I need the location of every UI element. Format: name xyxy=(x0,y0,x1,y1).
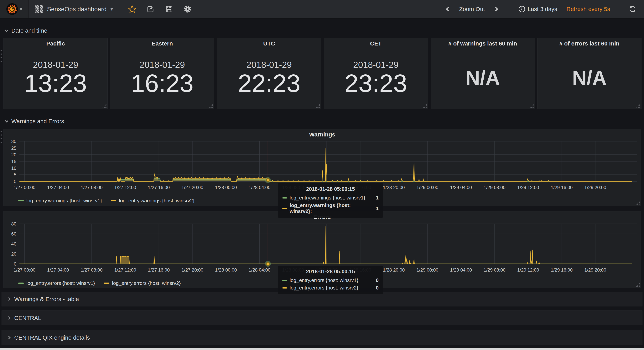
chevron-right-icon xyxy=(7,336,10,339)
x-tick-label: 1/29 20:00 xyxy=(584,185,606,190)
refresh-interval-button[interactable]: Refresh every 5s xyxy=(566,6,610,12)
row-label-date-and-time: Date and time xyxy=(11,27,48,34)
panel-title[interactable]: CET xyxy=(324,40,428,47)
dashboard-caret-icon: ▾ xyxy=(110,6,113,12)
tooltip-row: log_entry.warnings {host: winsrv2}: 1 xyxy=(282,202,378,214)
row-drag-handle[interactable] xyxy=(0,49,2,63)
panel-title[interactable]: Eastern xyxy=(110,40,214,47)
dashboard-title: SenseOps dashboard xyxy=(47,6,107,13)
refresh-button[interactable] xyxy=(628,5,637,14)
series-color-dash xyxy=(282,280,287,281)
row-label: CENTRAL xyxy=(14,315,41,321)
y-tick-label: 20 xyxy=(11,251,16,256)
top-navbar: ▾ SenseOps dashboard ▾ xyxy=(0,0,644,19)
legend-label: log_entry.warnings {host: winsrv1} xyxy=(26,198,102,204)
y-tick-label: 60 xyxy=(11,231,16,236)
warnings-tooltip: 2018-01-28 05:00:15 log_entry.warnings {… xyxy=(278,183,383,218)
row-toggle-date-and-time[interactable]: Date and time xyxy=(6,27,48,34)
x-tick-label: 1/27 16:00 xyxy=(148,267,170,272)
x-tick-label: 1/27 04:00 xyxy=(47,185,69,190)
time-forward-button[interactable] xyxy=(492,5,500,14)
tooltip-timestamp: 2018-01-28 05:00:15 xyxy=(282,269,378,275)
x-tick-label: 1/27 16:00 xyxy=(148,185,170,190)
x-tick-label: 1/29 16:00 xyxy=(551,185,572,190)
grafana-menu-caret-icon: ▾ xyxy=(20,6,22,12)
refresh-icon xyxy=(628,5,637,13)
legend-item[interactable]: log_entry.warnings {host: winsrv2} xyxy=(111,198,195,204)
clock-date: 2018-01-29 xyxy=(324,60,428,70)
x-tick-label: 1/29 20:00 xyxy=(584,267,606,272)
y-tick-label: 30 xyxy=(11,139,16,144)
panel-clock-eastern: Eastern 2018-01-29 16:23 xyxy=(110,38,214,109)
panel-stat-warnings-60min: # of warnings last 60 min N/A xyxy=(430,38,535,109)
time-range-label: Last 3 days xyxy=(528,6,557,12)
tooltip-series-label: log_entry.errors {host: winsrv1}: xyxy=(290,277,360,283)
x-tick-label: 1/29 04:00 xyxy=(450,185,472,190)
legend-item[interactable]: log_entry.errors {host: winsrv2} xyxy=(104,280,180,286)
panel-title[interactable]: Warnings xyxy=(4,131,641,138)
panel-title[interactable]: # of errors last 60 min xyxy=(538,40,641,47)
chevron-right-icon xyxy=(494,7,498,11)
clock-icon xyxy=(518,6,525,13)
panel-clock-utc: UTC 2018-01-29 22:23 xyxy=(217,38,321,109)
clock-time: 16:23 xyxy=(110,69,214,98)
panel-title[interactable]: UTC xyxy=(217,40,321,47)
panel-resize-handle[interactable] xyxy=(209,104,214,108)
panel-stat-errors-60min: # of errors last 60 min N/A xyxy=(537,38,642,109)
dashboard-picker[interactable]: SenseOps dashboard ▾ xyxy=(29,0,120,18)
tooltip-series-value: 1 xyxy=(376,195,378,201)
time-range-button[interactable]: Last 3 days xyxy=(518,5,557,14)
clock-date: 2018-01-29 xyxy=(110,60,214,70)
horizontal-scrollbar[interactable] xyxy=(0,348,644,350)
panel-resize-handle[interactable] xyxy=(102,104,107,108)
panel-resize-handle[interactable] xyxy=(316,104,320,108)
x-tick-label: 1/29 08:00 xyxy=(484,267,505,272)
x-tick-label: 1/28 04:00 xyxy=(249,267,270,272)
warnings-legend: log_entry.warnings {host: winsrv1}log_en… xyxy=(18,198,194,204)
row-toggle-warnings-and-errors[interactable]: Warnings and Errors xyxy=(6,118,64,125)
y-tick-label: 5 xyxy=(14,172,16,177)
legend-item[interactable]: log_entry.warnings {host: winsrv1} xyxy=(18,198,102,204)
row-drag-handle[interactable] xyxy=(0,130,2,144)
legend-label: log_entry.errors {host: winsrv1} xyxy=(26,280,95,286)
star-icon xyxy=(128,5,136,13)
panel-resize-handle[interactable] xyxy=(529,104,534,108)
star-button[interactable] xyxy=(128,5,136,14)
legend-color-dash xyxy=(18,200,24,201)
panel-resize-handle[interactable] xyxy=(422,104,427,108)
legend-item[interactable]: log_entry.errors {host: winsrv1} xyxy=(18,280,95,286)
tooltip-series-value: 0 xyxy=(376,277,378,283)
save-button[interactable] xyxy=(165,5,174,14)
tooltip-timestamp: 2018-01-28 05:00:15 xyxy=(282,186,378,192)
panel-title[interactable]: # of warnings last 60 min xyxy=(431,40,534,47)
y-tick-label: 20 xyxy=(11,152,16,157)
x-tick-label: 1/29 00:00 xyxy=(416,267,438,272)
zoom-out-button[interactable]: Zoom Out xyxy=(459,6,485,12)
x-tick-label: 1/28 00:00 xyxy=(215,185,237,190)
x-tick-label: 1/28 20:00 xyxy=(383,185,404,190)
x-tick-label: 1/28 04:00 xyxy=(249,185,270,190)
y-tick-label: 40 xyxy=(11,241,16,246)
x-tick-label: 1/28 20:00 xyxy=(383,267,404,272)
clock-time: 13:23 xyxy=(4,69,108,98)
x-tick-label: 1/29 08:00 xyxy=(484,185,505,190)
panel-resize-handle[interactable] xyxy=(636,104,640,108)
legend-color-dash xyxy=(104,282,109,284)
panel-clock-cet: CET 2018-01-29 23:23 xyxy=(324,38,428,109)
time-back-button[interactable] xyxy=(444,5,452,14)
x-tick-label: 1/27 20:00 xyxy=(182,185,203,190)
row-toggle-central-qix[interactable]: CENTRAL QIX engine details xyxy=(2,330,642,345)
y-tick-label: 15 xyxy=(11,159,16,164)
grafana-menu-button[interactable]: ▾ xyxy=(0,0,29,18)
settings-button[interactable] xyxy=(183,5,192,14)
share-button[interactable] xyxy=(146,5,155,14)
x-tick-label: 1/28 00:00 xyxy=(215,267,237,272)
chevron-right-icon xyxy=(7,297,10,301)
row-toggle-central[interactable]: CENTRAL xyxy=(2,310,642,325)
chevron-down-icon xyxy=(5,28,8,32)
x-tick-label: 1/29 04:00 xyxy=(450,267,472,272)
x-tick-label: 1/27 12:00 xyxy=(114,267,136,272)
panel-title[interactable]: Pacific xyxy=(4,40,108,47)
y-tick-label: 0 xyxy=(14,261,16,266)
hover-point xyxy=(266,262,270,265)
